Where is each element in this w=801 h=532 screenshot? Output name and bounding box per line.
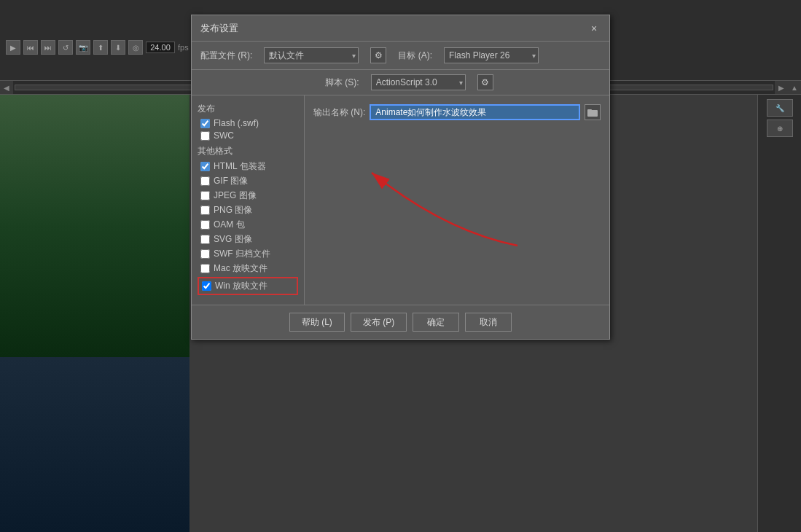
output-name-row: 输出名称 (N): (313, 104, 601, 120)
dialog-content: 发布 Flash (.swf) SWC 其他格式 HTML 包装器 (192, 95, 609, 305)
gif-label[interactable]: GIF 图像 (214, 175, 248, 187)
dialog-footer: 帮助 (L) 发布 (P) 确定 取消 (192, 305, 609, 339)
target-label: 目标 (A): (398, 50, 432, 62)
publish-settings-dialog: 发布设置 × 配置文件 (R): 默认文件 ⚙ 目标 (A): Flash Pl… (191, 15, 610, 340)
swc-label[interactable]: SWC (214, 130, 234, 141)
output-name-input[interactable] (370, 104, 580, 120)
html-wrapper-label[interactable]: HTML 包装器 (214, 160, 266, 173)
svg-checkbox[interactable] (200, 235, 210, 244)
cancel-button[interactable]: 取消 (465, 313, 512, 332)
ok-button[interactable]: 确定 (413, 313, 459, 332)
help-button[interactable]: 帮助 (L) (289, 313, 345, 332)
script-settings-button[interactable]: ⚙ (477, 74, 493, 90)
oam-checkbox[interactable] (200, 220, 210, 230)
script-select[interactable]: ActionScript 3.0 (371, 74, 466, 90)
win-projector-item: Win 放映文件 (198, 277, 298, 295)
svg-label[interactable]: SVG 图像 (214, 233, 252, 246)
jpeg-checkbox[interactable] (200, 191, 210, 200)
annotation-area (313, 129, 601, 275)
section-divider: 其他格式 (198, 145, 298, 157)
modal-backdrop: 发布设置 × 配置文件 (R): 默认文件 ⚙ 目标 (A): Flash Pl… (0, 0, 801, 532)
folder-icon (587, 108, 598, 117)
output-folder-button[interactable] (585, 104, 601, 120)
oam-label[interactable]: OAM 包 (214, 219, 245, 231)
config-gear-button[interactable]: ⚙ (370, 47, 386, 63)
gif-image-item: GIF 图像 (198, 175, 298, 187)
win-projector-checkbox[interactable] (202, 281, 211, 291)
publish-section-title: 发布 (198, 103, 298, 115)
arrow-annotation (313, 129, 568, 275)
config-select-wrapper: 默认文件 (264, 47, 359, 63)
config-select[interactable]: 默认文件 (264, 47, 359, 63)
swf-archive-checkbox[interactable] (200, 249, 210, 259)
dialog-sidebar: 发布 Flash (.swf) SWC 其他格式 HTML 包装器 (192, 95, 305, 305)
png-checkbox[interactable] (200, 206, 210, 215)
swc-checkbox[interactable] (200, 131, 210, 141)
dialog-title: 发布设置 (200, 22, 238, 35)
script-label: 脚本 (S): (325, 77, 359, 89)
png-label[interactable]: PNG 图像 (214, 204, 252, 216)
script-row: 脚本 (S): ActionScript 3.0 ⚙ (192, 70, 609, 95)
flash-swf-label[interactable]: Flash (.swf) (214, 118, 259, 128)
swf-archive-label[interactable]: SWF 归档文件 (214, 248, 270, 260)
flash-swf-checkbox[interactable] (200, 119, 210, 128)
flash-swf-item: Flash (.swf) (198, 118, 298, 128)
output-label: 输出名称 (N): (313, 106, 365, 119)
jpeg-label[interactable]: JPEG 图像 (214, 189, 257, 202)
html-wrapper-checkbox[interactable] (200, 162, 210, 171)
close-button[interactable]: × (587, 22, 601, 35)
target-select[interactable]: Flash Player 26 (444, 47, 539, 63)
png-image-item: PNG 图像 (198, 204, 298, 216)
script-select-wrapper: ActionScript 3.0 (371, 74, 466, 90)
oam-item: OAM 包 (198, 219, 298, 231)
config-label: 配置文件 (R): (200, 50, 252, 62)
svg-item: SVG 图像 (198, 233, 298, 246)
swf-archive-item: SWF 归档文件 (198, 248, 298, 260)
gif-checkbox[interactable] (200, 176, 210, 186)
mac-projector-label[interactable]: Mac 放映文件 (214, 262, 267, 275)
jpeg-image-item: JPEG 图像 (198, 189, 298, 202)
mac-projector-checkbox[interactable] (200, 264, 210, 273)
dialog-main: 输出名称 (N): (305, 95, 609, 305)
target-select-wrapper: Flash Player 26 (444, 47, 539, 63)
other-formats-title: 其他格式 (198, 145, 298, 157)
html-wrapper-item: HTML 包装器 (198, 160, 298, 173)
dialog-titlebar: 发布设置 × (192, 15, 609, 42)
publish-button[interactable]: 发布 (P) (351, 313, 407, 332)
svg-rect-1 (587, 109, 592, 112)
win-projector-label[interactable]: Win 放映文件 (215, 280, 267, 292)
config-row: 配置文件 (R): 默认文件 ⚙ 目标 (A): Flash Player 26 (192, 42, 609, 70)
swc-item: SWC (198, 130, 298, 141)
mac-projector-item: Mac 放映文件 (198, 262, 298, 275)
